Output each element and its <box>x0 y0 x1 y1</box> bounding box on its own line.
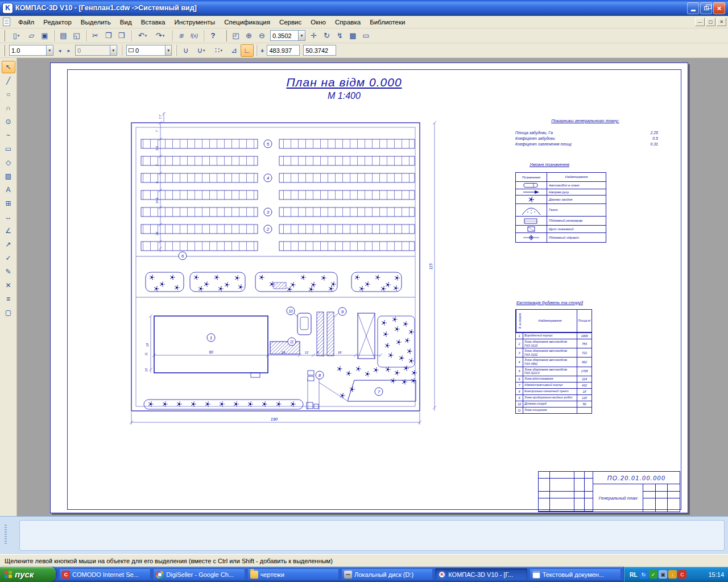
roughness-tool-button[interactable]: ✓ <box>2 252 15 264</box>
menu-item[interactable]: Вид <box>115 18 136 27</box>
circle-tool-button[interactable]: ○ <box>2 88 15 101</box>
restore-button[interactable] <box>700 2 712 14</box>
comodo[interactable]: COMODO Internet Se... <box>59 568 151 580</box>
cut-button[interactable]: ✂ <box>89 30 102 42</box>
drawing-sheet[interactable]: 190 115 60 18 24 12 6 16 7.7 11 10 7 5.5… <box>50 63 688 513</box>
title-block[interactable]: ПО.20.01.00.000 Генеральний план <box>538 471 680 512</box>
paste-button[interactable]: ❒ <box>115 30 128 42</box>
save-button[interactable]: ▣ <box>38 30 51 42</box>
child-restore-button[interactable]: ▢ <box>706 18 715 26</box>
linear-dimension-button[interactable]: ↔ <box>2 211 15 223</box>
hatch-tool-button[interactable]: ▨ <box>2 170 15 182</box>
pointer-tool-button[interactable]: ↖ <box>2 61 15 73</box>
clock[interactable]: 15:14 <box>708 571 724 578</box>
menu-item[interactable]: Сервис <box>275 18 306 27</box>
rectangle-tool-button[interactable]: ▭ <box>2 143 15 155</box>
rotate-button[interactable]: ↻ <box>320 30 333 42</box>
menu-item[interactable]: Спецификация <box>220 18 275 27</box>
title-bar[interactable]: K КОМПАС-3D V10 - [Генплан1.cdw ->Систем… <box>0 0 728 16</box>
table-tool-button[interactable]: ⊞ <box>2 197 15 210</box>
redo-button[interactable]: ↷ <box>151 30 169 42</box>
legend-table[interactable]: Позначення Найменування Автомобілі в пла… <box>515 172 606 243</box>
close-button[interactable]: × <box>713 2 725 14</box>
ellipse-tool-button[interactable]: ⊙ <box>2 115 15 128</box>
menu-item[interactable]: Справка <box>330 18 365 27</box>
menu-item[interactable]: Вставка <box>136 18 170 27</box>
print-button[interactable]: ▤ <box>57 30 70 42</box>
drawing-title[interactable]: План на відм 0.000 <box>259 76 429 89</box>
zoom-input[interactable] <box>271 32 298 39</box>
update-tray-icon[interactable]: ↓ <box>668 570 677 579</box>
show-page-button[interactable]: ▭ <box>359 30 373 42</box>
forward-view-button[interactable]: ▸ <box>64 44 73 57</box>
snap-settings-button[interactable]: ∪ <box>192 44 210 57</box>
line-width-dropdown-button[interactable]: ▾ <box>46 45 53 55</box>
network-tray-icon[interactable]: ▣ <box>659 570 667 579</box>
leader-tool-button[interactable]: ↗ <box>2 238 15 251</box>
line-tool-button[interactable]: ╱ <box>2 74 15 87</box>
toolbar-grip[interactable] <box>225 30 227 41</box>
library-manager-button[interactable]: ⊞ <box>175 30 188 42</box>
coordinate-y-input[interactable] <box>304 47 336 54</box>
drawing-canvas[interactable]: 190 115 60 18 24 12 6 16 7.7 11 10 7 5.5… <box>17 58 728 516</box>
chrome[interactable]: DigiSeller - Google Ch... <box>153 568 245 580</box>
new-document-button[interactable]: ▯ <box>7 30 25 42</box>
child-minimize-button[interactable]: — <box>695 18 705 26</box>
menu-item[interactable]: Выделить <box>76 18 115 27</box>
general-plan-indicators[interactable]: Показники генерального плану: Площа забу… <box>512 118 658 147</box>
back-view-button[interactable]: ◂ <box>55 44 64 57</box>
child-close-button[interactable]: ✕ <box>717 18 726 26</box>
start-button[interactable]: пуск <box>0 567 56 582</box>
selection-tool-button[interactable]: ▢ <box>2 306 15 319</box>
sync-tray-icon[interactable]: ↻ <box>639 570 648 579</box>
snap-button[interactable]: ∪ <box>179 44 192 57</box>
show-all-button[interactable]: ▩ <box>346 30 359 42</box>
toolbar-grip[interactable] <box>3 30 5 41</box>
folder[interactable]: чертежи <box>247 568 339 580</box>
explication-table[interactable]: № за планом Найменування Площа м² 1 Виро… <box>515 309 592 414</box>
language-indicator[interactable]: RL <box>630 571 638 578</box>
spline-tool-button[interactable]: ~ <box>2 129 15 142</box>
layer-input[interactable] <box>134 47 166 54</box>
variables-button[interactable]: f(x) <box>188 30 201 42</box>
notepad[interactable]: Текстовый докумен... <box>530 568 621 580</box>
context-help-button[interactable]: ? <box>206 30 220 42</box>
minimize-button[interactable] <box>687 2 699 14</box>
antivirus-tray-icon[interactable]: ✓ <box>649 570 657 579</box>
toolbar-grip[interactable] <box>3 45 5 56</box>
local-cs-button[interactable]: ⊿ <box>228 44 241 57</box>
menu-item[interactable]: Библиотеки <box>365 18 410 27</box>
text-tool-button[interactable]: A <box>2 184 15 196</box>
arc-tool-button[interactable]: ∩ <box>2 102 15 114</box>
edit-tool-button[interactable]: ✎ <box>2 265 15 278</box>
trim-tool-button[interactable]: ✕ <box>2 279 15 292</box>
menu-item[interactable]: Окно <box>306 18 330 27</box>
line-width-input[interactable] <box>10 47 46 54</box>
coordinate-x-input[interactable] <box>267 47 299 54</box>
polygon-tool-button[interactable]: ◇ <box>2 156 15 169</box>
property-bar-grip[interactable] <box>5 525 7 545</box>
zoom-in-button[interactable]: ⊕ <box>242 30 255 42</box>
kompas[interactable]: КОМПАС-3D V10 - [Г... <box>435 568 527 580</box>
disk[interactable]: Локальный диск (D:) <box>341 568 433 580</box>
zoom-dropdown-button[interactable]: ▾ <box>298 31 305 40</box>
menu-item[interactable]: Редактор <box>39 18 76 27</box>
copy-button[interactable]: ❐ <box>102 30 115 42</box>
zoom-frame-button[interactable]: ◰ <box>229 30 242 42</box>
angular-dimension-button[interactable]: ∠ <box>2 225 15 237</box>
menu-item[interactable]: Файл <box>14 18 39 27</box>
undo-button[interactable]: ↶ <box>134 30 151 42</box>
print-preview-button[interactable]: ◱ <box>70 30 83 42</box>
ortho-button[interactable]: ∟ <box>241 44 254 57</box>
layer-dropdown-button[interactable]: ▾ <box>165 45 171 55</box>
car-plan-symbol <box>520 182 543 189</box>
zoom-out-button[interactable]: ⊖ <box>255 30 268 42</box>
grid-button[interactable]: ∷ <box>210 44 228 57</box>
menu-item[interactable]: Инструменты <box>169 18 220 27</box>
open-button[interactable]: ▱ <box>25 30 38 42</box>
measure-tool-button[interactable]: ≡ <box>2 293 15 305</box>
comodo-tray-icon[interactable]: C <box>678 570 686 579</box>
pan-button[interactable]: ✛ <box>307 30 320 42</box>
refresh-button[interactable]: ↯ <box>333 30 346 42</box>
drawing-scale[interactable]: М 1:400 <box>259 91 429 101</box>
